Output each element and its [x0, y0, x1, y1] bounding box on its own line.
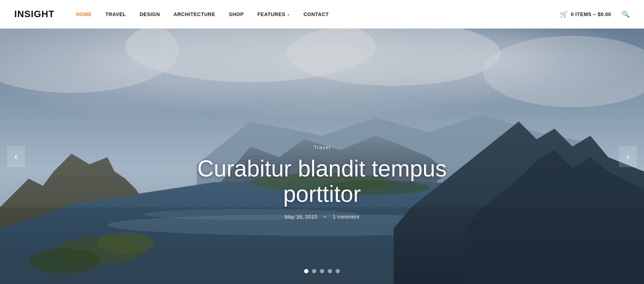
nav-item-architecture[interactable]: ARCHITECTURE: [174, 11, 215, 17]
cart-button[interactable]: 🛒 0 ITEMS – $0.00: [560, 10, 611, 18]
site-header: INSIGHT HOME TRAVEL DESIGN ARCHITECTURE …: [0, 0, 644, 29]
hero-meta: May 16, 2015 1 comment: [161, 214, 483, 220]
nav-item-travel[interactable]: TRAVEL: [105, 11, 126, 17]
cart-icon: 🛒: [560, 10, 568, 18]
slider-dots: [304, 269, 340, 273]
hero-slider: ‹ › Travel Curabitur blandit tempus port…: [0, 29, 644, 284]
hero-category: Travel: [161, 144, 483, 150]
search-button[interactable]: 🔍: [622, 10, 630, 18]
slider-dot-4[interactable]: [328, 269, 332, 273]
slider-dot-5[interactable]: [336, 269, 340, 273]
hero-date: May 16, 2015: [284, 214, 317, 220]
slider-dot-2[interactable]: [312, 269, 316, 273]
hero-meta-separator: [324, 216, 326, 218]
main-nav: HOME TRAVEL DESIGN ARCHITECTURE SHOP FEA…: [76, 11, 560, 17]
search-icon: 🔍: [622, 11, 630, 18]
cart-label: 0 ITEMS – $0.00: [571, 11, 611, 17]
chevron-down-icon: ⌄: [287, 12, 290, 16]
slider-next-button[interactable]: ›: [619, 146, 637, 167]
site-logo[interactable]: INSIGHT: [14, 9, 54, 20]
nav-item-features[interactable]: FEATURES ⌄: [257, 11, 290, 17]
nav-item-contact[interactable]: CONTACT: [303, 11, 329, 17]
slider-dot-1[interactable]: [304, 269, 308, 273]
hero-title: Curabitur blandit tempus porttitor: [161, 156, 483, 206]
nav-item-design[interactable]: DESIGN: [140, 11, 160, 17]
hero-comments: 1 comment: [333, 214, 359, 220]
slider-dot-3[interactable]: [320, 269, 324, 273]
nav-item-home[interactable]: HOME: [76, 11, 92, 17]
slider-prev-button[interactable]: ‹: [7, 146, 25, 167]
nav-item-shop[interactable]: SHOP: [229, 11, 244, 17]
hero-content: Travel Curabitur blandit tempus porttito…: [161, 144, 483, 220]
